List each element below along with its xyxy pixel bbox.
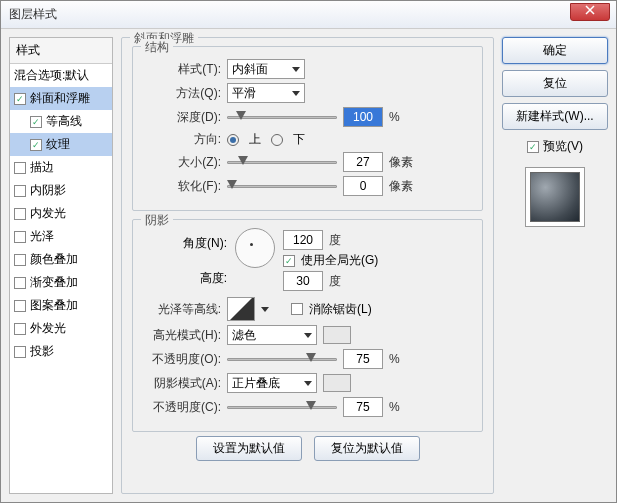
soften-slider[interactable]	[227, 177, 337, 195]
style-item-label: 内阴影	[30, 182, 66, 199]
highlight-color-swatch[interactable]	[323, 326, 351, 344]
depth-unit: %	[389, 110, 415, 124]
technique-label: 方法(Q):	[143, 85, 221, 102]
size-input[interactable]: 27	[343, 152, 383, 172]
chevron-down-icon[interactable]	[261, 307, 269, 312]
gloss-contour-label: 光泽等高线:	[143, 301, 221, 318]
style-checkbox[interactable]: ✓	[14, 93, 26, 105]
style-list-item[interactable]: 投影	[10, 340, 112, 363]
style-list-item[interactable]: 混合选项:默认	[10, 64, 112, 87]
altitude-input[interactable]: 30	[283, 271, 323, 291]
depth-input[interactable]: 100	[343, 107, 383, 127]
style-item-label: 光泽	[30, 228, 54, 245]
dialog-content: 样式 混合选项:默认✓斜面和浮雕✓等高线✓纹理描边内阴影内发光光泽颜色叠加渐变叠…	[1, 29, 616, 502]
shadow-opacity-unit: %	[389, 400, 415, 414]
preview-box	[525, 167, 585, 227]
up-label: 上	[249, 131, 261, 148]
style-checkbox[interactable]	[14, 254, 26, 266]
angle-label: 角度(N):	[183, 235, 227, 252]
highlight-opacity-input[interactable]: 75	[343, 349, 383, 369]
style-label: 样式(T):	[143, 61, 221, 78]
default-buttons-row: 设置为默认值 复位为默认值	[132, 436, 483, 461]
style-item-label: 描边	[30, 159, 54, 176]
style-checkbox[interactable]	[14, 323, 26, 335]
style-checkbox[interactable]: ✓	[30, 139, 42, 151]
angle-dial[interactable]	[235, 228, 275, 268]
cancel-button[interactable]: 复位	[502, 70, 608, 97]
ok-button[interactable]: 确定	[502, 37, 608, 64]
global-light-label: 使用全局光(G)	[301, 252, 378, 269]
highlight-opacity-unit: %	[389, 352, 415, 366]
style-list-item[interactable]: 内阴影	[10, 179, 112, 202]
soften-label: 软化(F):	[143, 178, 221, 195]
style-checkbox[interactable]	[14, 277, 26, 289]
style-list-item[interactable]: ✓纹理	[10, 133, 112, 156]
direction-up-radio[interactable]	[227, 134, 239, 146]
styles-header: 样式	[10, 38, 112, 64]
style-item-label: 外发光	[30, 320, 66, 337]
down-label: 下	[293, 131, 305, 148]
chevron-down-icon	[304, 333, 312, 338]
shadow-opacity-input[interactable]: 75	[343, 397, 383, 417]
styles-list-panel: 样式 混合选项:默认✓斜面和浮雕✓等高线✓纹理描边内阴影内发光光泽颜色叠加渐变叠…	[9, 37, 113, 494]
style-item-label: 图案叠加	[30, 297, 78, 314]
style-item-label: 斜面和浮雕	[30, 90, 90, 107]
style-item-label: 混合选项:默认	[14, 67, 89, 84]
settings-panel: 斜面和浮雕 结构 样式(T): 内斜面 方法(Q): 平滑 深度(D): 100	[121, 37, 494, 494]
preview-thumbnail	[530, 172, 580, 222]
style-list-item[interactable]: 光泽	[10, 225, 112, 248]
style-list-item[interactable]: 渐变叠加	[10, 271, 112, 294]
window-title: 图层样式	[9, 6, 57, 23]
style-checkbox[interactable]	[14, 208, 26, 220]
style-checkbox[interactable]: ✓	[30, 116, 42, 128]
style-item-label: 纹理	[46, 136, 70, 153]
style-list-item[interactable]: ✓斜面和浮雕	[10, 87, 112, 110]
action-panel: 确定 复位 新建样式(W)... ✓ 预览(V)	[502, 37, 608, 494]
global-light-checkbox[interactable]: ✓	[283, 255, 295, 267]
size-slider[interactable]	[227, 153, 337, 171]
size-label: 大小(Z):	[143, 154, 221, 171]
technique-dropdown[interactable]: 平滑	[227, 83, 305, 103]
style-list-item[interactable]: 外发光	[10, 317, 112, 340]
soften-input[interactable]: 0	[343, 176, 383, 196]
angle-input[interactable]: 120	[283, 230, 323, 250]
direction-label: 方向:	[143, 131, 221, 148]
style-list-item[interactable]: 图案叠加	[10, 294, 112, 317]
size-unit: 像素	[389, 154, 415, 171]
angle-unit: 度	[329, 232, 355, 249]
altitude-label: 高度:	[200, 270, 227, 287]
style-list-item[interactable]: 颜色叠加	[10, 248, 112, 271]
highlight-mode-dropdown[interactable]: 滤色	[227, 325, 317, 345]
style-item-label: 投影	[30, 343, 54, 360]
close-icon	[585, 5, 595, 15]
style-list-item[interactable]: ✓等高线	[10, 110, 112, 133]
highlight-mode-label: 高光模式(H):	[143, 327, 221, 344]
style-checkbox[interactable]	[14, 300, 26, 312]
reset-default-button[interactable]: 复位为默认值	[314, 436, 420, 461]
chevron-down-icon	[304, 381, 312, 386]
style-list-item[interactable]: 内发光	[10, 202, 112, 225]
make-default-button[interactable]: 设置为默认值	[196, 436, 302, 461]
altitude-unit: 度	[329, 273, 355, 290]
style-checkbox[interactable]	[14, 185, 26, 197]
style-list-item[interactable]: 描边	[10, 156, 112, 179]
style-checkbox[interactable]	[14, 162, 26, 174]
shadow-color-swatch[interactable]	[323, 374, 351, 392]
titlebar: 图层样式	[1, 1, 616, 29]
preview-checkbox[interactable]: ✓	[527, 141, 539, 153]
direction-down-radio[interactable]	[271, 134, 283, 146]
chevron-down-icon	[292, 67, 300, 72]
style-dropdown[interactable]: 内斜面	[227, 59, 305, 79]
style-item-label: 渐变叠加	[30, 274, 78, 291]
close-button[interactable]	[570, 3, 610, 21]
highlight-opacity-slider[interactable]	[227, 350, 337, 368]
new-style-button[interactable]: 新建样式(W)...	[502, 103, 608, 130]
antialias-checkbox[interactable]	[291, 303, 303, 315]
shadow-mode-dropdown[interactable]: 正片叠底	[227, 373, 317, 393]
soften-unit: 像素	[389, 178, 415, 195]
style-checkbox[interactable]	[14, 231, 26, 243]
shadow-opacity-slider[interactable]	[227, 398, 337, 416]
gloss-contour-picker[interactable]	[227, 297, 255, 321]
depth-slider[interactable]	[227, 108, 337, 126]
style-checkbox[interactable]	[14, 346, 26, 358]
